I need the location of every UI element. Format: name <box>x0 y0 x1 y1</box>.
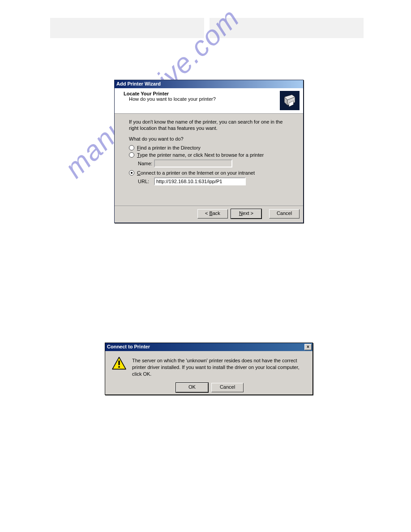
radio-find-directory[interactable]: Find a printer in the Directory <box>129 145 289 150</box>
msgbox-titlebar: Connect to Printer × <box>105 343 313 351</box>
wizard-title: Add Printer Wizard <box>116 81 161 86</box>
wizard-header-subtitle: How do you want to locate your printer? <box>124 96 299 102</box>
wizard-titlebar: Add Printer Wizard <box>115 80 303 88</box>
page-banner <box>50 18 364 38</box>
radio-icon <box>129 145 134 150</box>
name-field-row: Name: <box>138 159 289 167</box>
svg-rect-5 <box>118 360 120 365</box>
name-input[interactable] <box>154 159 232 167</box>
wizard-button-bar: < Back Next > Cancel <box>115 206 303 223</box>
wizard-header-title: Locate Your Printer <box>124 91 299 96</box>
banner-gap <box>204 18 210 38</box>
connect-to-printer-dialog: Connect to Printer × The server on which… <box>105 343 313 395</box>
wizard-prompt: What do you want to do? <box>129 136 289 142</box>
radio-icon <box>129 152 134 158</box>
radio-type-name[interactable]: Type the printer name, or click Next to … <box>129 152 289 158</box>
back-button[interactable]: < Back <box>197 209 228 219</box>
printer-icon <box>280 91 300 110</box>
msgbox-title: Connect to Printer <box>107 344 150 349</box>
url-input[interactable] <box>154 177 246 185</box>
msgbox-text: The server on which the 'unknown' printe… <box>132 357 306 378</box>
warning-icon <box>111 356 127 370</box>
wizard-intro-text: If you don't know the name of the printe… <box>129 119 289 132</box>
close-button[interactable]: × <box>304 344 312 350</box>
radio-label: Connect to a printer on the Internet or … <box>137 170 255 176</box>
svg-rect-6 <box>118 366 120 368</box>
msgbox-button-row: OK Cancel <box>105 378 313 392</box>
radio-label: Find a printer in the Directory <box>137 145 201 150</box>
url-label: URL: <box>138 179 154 184</box>
radio-icon <box>129 170 134 176</box>
cancel-button[interactable]: Cancel <box>211 383 244 392</box>
ok-button[interactable]: OK <box>176 383 208 392</box>
radio-connect-internet[interactable]: Connect to a printer on the Internet or … <box>129 170 289 176</box>
name-label: Name: <box>138 161 154 166</box>
url-field-row: URL: <box>138 177 289 185</box>
wizard-header: Locate Your Printer How do you want to l… <box>115 88 303 114</box>
cancel-button[interactable]: Cancel <box>269 209 300 219</box>
wizard-body: If you don't know the name of the printe… <box>115 114 303 185</box>
add-printer-wizard-window: Add Printer Wizard Locate Your Printer H… <box>114 80 304 223</box>
msgbox-body: The server on which the 'unknown' printe… <box>105 351 313 378</box>
radio-label: Type the printer name, or click Next to … <box>137 152 264 158</box>
next-button[interactable]: Next > <box>231 209 261 219</box>
